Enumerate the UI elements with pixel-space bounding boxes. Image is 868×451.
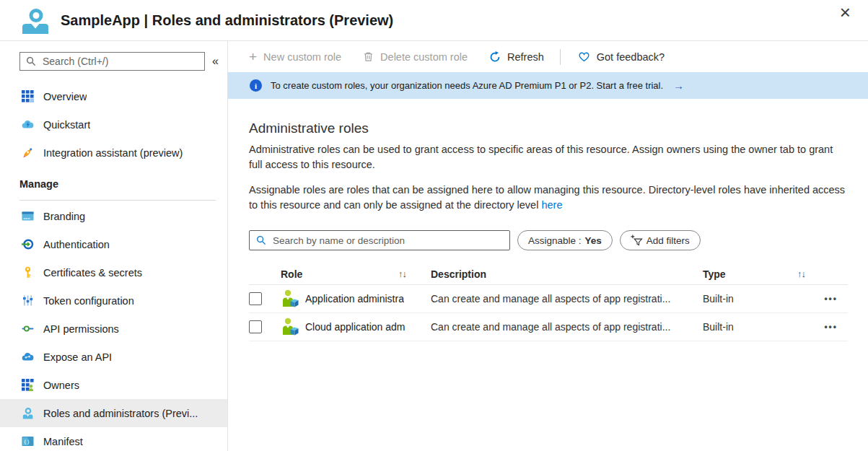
- sidebar-item-integration-assistant[interactable]: Integration assistant (preview): [0, 139, 227, 167]
- got-feedback-label: Got feedback?: [597, 51, 665, 63]
- divider: [19, 200, 216, 201]
- authentication-icon: [22, 238, 34, 250]
- role-name[interactable]: Cloud application adm: [305, 321, 405, 333]
- sidebar-search-input[interactable]: [41, 55, 198, 68]
- row-checkbox[interactable]: [249, 320, 262, 333]
- sidebar-item-label: Quickstart: [43, 119, 90, 131]
- delete-custom-role-label: Delete custom role: [380, 51, 468, 63]
- close-icon[interactable]: ×: [837, 1, 854, 23]
- quickstart-icon: [22, 118, 34, 131]
- add-filters-button[interactable]: Add filters: [620, 230, 701, 250]
- new-custom-role-label: New custom role: [263, 51, 341, 63]
- refresh-icon: [489, 51, 501, 63]
- add-filter-icon: [631, 235, 643, 246]
- roles-table: Role ↑↓ Description Type ↑↓: [249, 263, 848, 341]
- sidebar-item-label: Roles and administrators (Previ...: [43, 408, 198, 419]
- here-link[interactable]: here: [541, 199, 562, 211]
- divider: [560, 49, 561, 65]
- sidebar-item-certificates-secrets[interactable]: Certificates & secrets: [0, 258, 227, 286]
- app-header: SampleApp | Roles and administrators (Pr…: [0, 0, 868, 41]
- sliders-icon: [22, 294, 34, 307]
- svg-text:www: www: [23, 216, 30, 220]
- sidebar-item-roles-and-administrators[interactable]: Roles and administrators (Previ...: [0, 399, 227, 427]
- new-custom-role-button[interactable]: + New custom role: [249, 50, 341, 64]
- rocket-icon: [22, 146, 34, 159]
- row-checkbox[interactable]: [249, 292, 262, 305]
- column-header-type[interactable]: Type: [703, 268, 726, 280]
- sidebar-item-manifest[interactable]: () Manifest: [0, 427, 227, 451]
- role-type: Built-in: [703, 293, 818, 305]
- sidebar-item-label: Overview: [43, 91, 87, 102]
- sidebar-section-manage: Manage: [19, 178, 227, 196]
- sidebar-nav: Overview Quickstart Integration assistan…: [0, 82, 227, 451]
- info-banner[interactable]: i To create custom roles, your organizat…: [228, 72, 868, 99]
- delete-custom-role-button[interactable]: Delete custom role: [363, 51, 468, 63]
- search-icon: [26, 56, 36, 66]
- collapse-sidebar-icon[interactable]: «: [208, 55, 223, 68]
- content-pane: + New custom role Delete custom role Ref…: [228, 41, 868, 451]
- assignable-filter-pill[interactable]: Assignable : Yes: [517, 230, 613, 250]
- sidebar-item-label: Authentication: [43, 239, 110, 250]
- roles-search-input[interactable]: [271, 235, 503, 247]
- refresh-button[interactable]: Refresh: [489, 51, 544, 63]
- row-context-menu-icon[interactable]: •••: [824, 322, 838, 332]
- plus-icon: +: [249, 50, 257, 64]
- table-row[interactable]: Application administra Can create and ma…: [249, 285, 848, 313]
- got-feedback-button[interactable]: Got feedback?: [578, 51, 665, 63]
- sort-icon[interactable]: ↑↓: [398, 268, 406, 279]
- svg-text:(): (): [24, 439, 30, 445]
- refresh-label: Refresh: [507, 51, 544, 63]
- sidebar: « Overview Quickstart Integration assist…: [0, 41, 228, 451]
- sidebar-item-owners[interactable]: Owners: [0, 371, 227, 399]
- sidebar-item-token-configuration[interactable]: Token configuration: [0, 286, 227, 315]
- section-heading: Administrative roles: [249, 121, 848, 136]
- sidebar-item-expose-an-api[interactable]: Expose an API: [0, 343, 227, 371]
- banner-message: To create custom roles, your organizatio…: [271, 80, 663, 91]
- role-name[interactable]: Application administra: [305, 293, 404, 305]
- sidebar-item-quickstart[interactable]: Quickstart: [0, 110, 227, 139]
- info-icon: i: [250, 79, 262, 92]
- sidebar-item-label: Token configuration: [43, 295, 134, 307]
- column-header-role[interactable]: Role: [281, 268, 302, 280]
- main-section: Administrative roles Administrative role…: [228, 99, 868, 341]
- branding-icon: www: [22, 210, 34, 222]
- sidebar-search-box: [19, 52, 205, 71]
- sidebar-item-label: Certificates & secrets: [43, 267, 142, 279]
- description-paragraph-1: Administrative roles can be used to gran…: [249, 142, 847, 172]
- column-header-description[interactable]: Description: [431, 268, 486, 280]
- key-icon: [22, 266, 34, 279]
- sidebar-item-label: Expose an API: [43, 351, 112, 363]
- roles-icon: [22, 407, 34, 419]
- role-person-icon: [281, 318, 299, 336]
- sidebar-item-label: Owners: [43, 380, 79, 391]
- search-icon: [256, 235, 266, 245]
- app-registration-icon: [22, 6, 49, 34]
- row-context-menu-icon[interactable]: •••: [824, 294, 838, 304]
- heart-icon: [578, 51, 590, 62]
- sidebar-item-overview[interactable]: Overview: [0, 82, 227, 110]
- assignable-filter-label: Assignable :: [528, 235, 582, 246]
- roles-search-box: [249, 230, 510, 250]
- arrow-right-icon: →: [673, 79, 684, 92]
- sort-icon[interactable]: ↑↓: [797, 268, 805, 279]
- assignable-filter-value: Yes: [585, 235, 602, 246]
- overview-icon: [22, 90, 34, 102]
- table-row[interactable]: Cloud application adm Can create and man…: [249, 313, 848, 341]
- page-title: SampleApp | Roles and administrators (Pr…: [61, 12, 393, 29]
- role-person-icon: [281, 289, 299, 308]
- role-description: Can create and manage all aspects of app…: [431, 293, 703, 305]
- sidebar-item-label: API permissions: [43, 323, 119, 335]
- expose-api-icon: [22, 351, 34, 363]
- owners-icon: [22, 379, 34, 391]
- filter-bar: Assignable : Yes Add filters: [249, 230, 848, 250]
- sidebar-item-authentication[interactable]: Authentication: [0, 230, 227, 258]
- sidebar-item-label: Manifest: [43, 436, 83, 447]
- description-paragraph-2: Assignable roles are roles that can be a…: [249, 183, 847, 213]
- sidebar-item-branding[interactable]: www Branding: [0, 202, 227, 230]
- add-filters-label: Add filters: [646, 235, 690, 246]
- manifest-icon: (): [22, 435, 34, 447]
- sidebar-item-label: Branding: [43, 211, 85, 222]
- api-permissions-icon: [22, 323, 34, 335]
- sidebar-item-api-permissions[interactable]: API permissions: [0, 315, 227, 343]
- table-header: Role ↑↓ Description Type ↑↓: [249, 263, 848, 285]
